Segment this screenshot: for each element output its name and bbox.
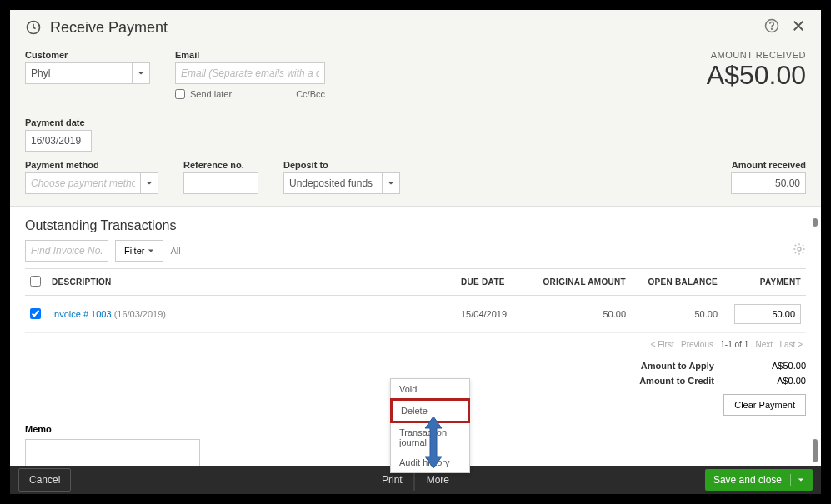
save-dropdown-caret[interactable]: [790, 474, 804, 486]
table-row: Invoice # 1003 (16/03/2019) 15/04/2019 5…: [25, 296, 806, 333]
email-field[interactable]: [175, 62, 325, 84]
save-and-close-button[interactable]: Save and close: [705, 469, 813, 491]
payment-method-label: Payment method: [25, 160, 158, 170]
customer-select[interactable]: [25, 62, 132, 84]
svg-point-3: [798, 247, 801, 251]
deposit-to-caret[interactable]: [382, 172, 400, 194]
memo-label: Memo: [25, 424, 52, 434]
cell-original-amount: 50.00: [531, 296, 631, 333]
filter-button[interactable]: Filter: [115, 240, 163, 262]
cell-open-balance: 50.00: [631, 296, 723, 333]
ccbcc-link[interactable]: Cc/Bcc: [296, 89, 325, 99]
pager-last[interactable]: Last >: [779, 340, 803, 349]
customer-dropdown-caret[interactable]: [132, 62, 150, 84]
pager-range: 1-1 of 1: [720, 340, 748, 349]
svg-point-2: [772, 28, 773, 29]
deposit-to-select[interactable]: [283, 172, 382, 194]
cancel-button[interactable]: Cancel: [18, 468, 71, 492]
scrollbar[interactable]: [813, 43, 818, 462]
find-invoice-input[interactable]: [25, 240, 108, 262]
payment-method-select[interactable]: [25, 172, 140, 194]
amount-to-credit-value: A$0.00: [756, 376, 806, 386]
receive-payment-icon: [25, 19, 42, 36]
amount-received-value: A$50.00: [707, 60, 806, 91]
col-due-date: DUE DATE: [456, 269, 531, 296]
select-all-checkbox[interactable]: [30, 276, 41, 287]
pager-next[interactable]: Next: [756, 340, 773, 349]
send-later-label: Send later: [190, 89, 232, 99]
customer-label: Customer: [25, 50, 150, 60]
reference-no-label: Reference no.: [183, 160, 258, 170]
filter-all-label: All: [170, 246, 180, 256]
invoice-link[interactable]: Invoice # 1003: [52, 309, 112, 319]
deposit-to-label: Deposit to: [283, 160, 400, 170]
pager: < First Previous 1-1 of 1 Next Last >: [25, 333, 806, 356]
amount-to-apply-value: A$50.00: [756, 361, 806, 371]
help-icon[interactable]: [764, 18, 779, 37]
payment-method-caret[interactable]: [140, 172, 158, 194]
close-icon[interactable]: [791, 18, 806, 37]
page-title: Receive Payment: [50, 19, 168, 37]
reference-no-field[interactable]: [183, 172, 258, 194]
col-original-amount: ORIGINAL AMOUNT: [531, 269, 631, 296]
amount-received-input[interactable]: [731, 172, 806, 194]
col-payment: PAYMENT: [723, 269, 806, 296]
invoice-date: (16/03/2019): [114, 309, 166, 319]
payment-date-field[interactable]: [25, 130, 92, 152]
payment-date-label: Payment date: [25, 117, 806, 127]
amount-received-heading: AMOUNT RECEIVED: [707, 50, 806, 60]
row-checkbox[interactable]: [30, 308, 41, 319]
email-label: Email: [175, 50, 325, 60]
pager-previous[interactable]: Previous: [681, 340, 713, 349]
amount-to-apply-label: Amount to Apply: [641, 361, 714, 371]
svg-marker-4: [425, 417, 442, 468]
amount-received-field-label: Amount received: [731, 160, 806, 170]
pager-first[interactable]: < First: [651, 340, 674, 349]
amount-to-credit-label: Amount to Credit: [639, 376, 714, 386]
col-description: DESCRIPTION: [47, 269, 456, 296]
menu-void[interactable]: Void: [391, 379, 469, 399]
outstanding-title: Outstanding Transactions: [25, 218, 806, 233]
col-open-balance: OPEN BALANCE: [631, 269, 723, 296]
payment-input[interactable]: [734, 304, 801, 324]
send-later-checkbox[interactable]: [175, 89, 185, 99]
annotation-arrow-icon: [423, 417, 443, 472]
table-settings-gear-icon[interactable]: [793, 242, 806, 259]
cell-due-date: 15/04/2019: [456, 296, 531, 333]
clear-payment-button[interactable]: Clear Payment: [723, 394, 806, 416]
